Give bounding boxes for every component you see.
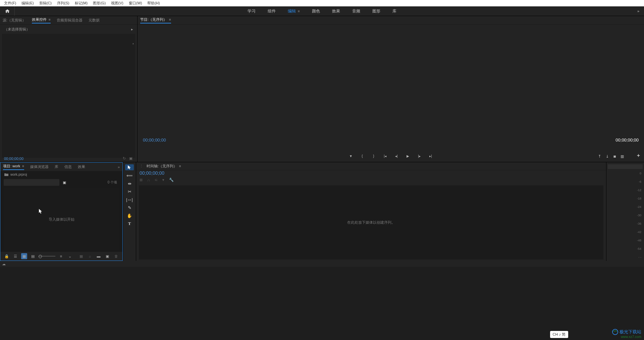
menu-graphics[interactable]: 图形(G) xyxy=(90,0,108,6)
tab-project[interactable]: 项目: work≡ xyxy=(3,164,24,170)
timeline-grip-icon[interactable]: ⋮ xyxy=(140,164,143,168)
hand-tool-icon[interactable]: ✋ xyxy=(125,213,134,219)
track-select-tool-icon[interactable]: ⟸ xyxy=(125,172,134,178)
slip-tool-icon[interactable]: |↔| xyxy=(125,196,134,203)
type-tool-icon[interactable]: T xyxy=(125,221,134,227)
ws-overflow[interactable]: » xyxy=(637,9,639,13)
tab-media-browser[interactable]: 媒体浏览器 xyxy=(30,164,49,169)
project-body[interactable]: 导入媒体以开始 xyxy=(4,188,119,250)
menu-sequence[interactable]: 序列(S) xyxy=(54,0,72,6)
menu-window[interactable]: 窗口(W) xyxy=(126,0,145,6)
loop-icon[interactable]: ↻ xyxy=(123,156,126,161)
watermark-text1: 极光下载站 xyxy=(620,330,641,334)
meter-level: -18 xyxy=(637,197,641,200)
comparison-view-icon[interactable]: ▥ xyxy=(621,154,624,159)
icon-view-icon[interactable]: ▦ xyxy=(21,253,27,259)
timeline-body[interactable]: 在此处放下媒体以创建序列。 xyxy=(139,185,603,260)
delete-icon[interactable]: 🗑 xyxy=(113,253,119,259)
filter-bin-icon[interactable]: ▣ xyxy=(63,180,66,185)
step-forward-icon[interactable]: |▸ xyxy=(417,153,422,159)
meter-level: -54 xyxy=(637,247,641,250)
automate-to-sequence-icon[interactable]: ▦ xyxy=(78,253,84,259)
add-marker-icon[interactable]: ▼ xyxy=(348,153,354,159)
no-clip-row: （未选择剪辑） ▸ xyxy=(0,25,137,34)
mark-out-icon[interactable]: } xyxy=(371,153,376,159)
meter-level: -30 xyxy=(637,214,641,217)
camera-icon[interactable]: ◙ xyxy=(613,154,616,159)
zoom-slider[interactable] xyxy=(39,256,55,257)
tab-source[interactable]: 源:（无剪辑） xyxy=(3,18,26,23)
ws-library[interactable]: 库 xyxy=(392,8,396,14)
ws-color[interactable]: 颜色 xyxy=(312,8,320,14)
find-icon[interactable]: ⌕ xyxy=(87,253,93,259)
ripple-edit-tool-icon[interactable]: ⇹ xyxy=(125,180,134,186)
tab-info[interactable]: 信息 xyxy=(64,164,72,169)
lift-icon[interactable]: ⤒ xyxy=(598,154,601,159)
mark-in-icon[interactable]: { xyxy=(360,153,365,159)
program-timecode-right: 00;00;00;00 xyxy=(615,137,639,143)
new-bin-icon[interactable]: ▬ xyxy=(96,253,102,259)
project-filename: work.prproj xyxy=(10,173,27,176)
ws-audio[interactable]: 音频 xyxy=(352,8,360,14)
new-item-icon[interactable]: ▣ xyxy=(104,253,110,259)
selection-tool-icon[interactable] xyxy=(125,164,134,170)
menu-view[interactable]: 视图(V) xyxy=(108,0,126,6)
timeline-timecode[interactable]: 00;00;00;00 xyxy=(136,170,606,176)
menu-edit[interactable]: 编辑(E) xyxy=(19,0,37,6)
program-panel: 节目:（无序列）≡ 00;00;00;00 00;00;00;00 ▼ { } … xyxy=(138,16,644,162)
sort-icon[interactable]: ≡ xyxy=(58,253,64,259)
lock-icon[interactable]: 🔒 xyxy=(4,253,10,259)
step-back-icon[interactable]: ◂| xyxy=(394,153,399,159)
project-search-input[interactable] xyxy=(4,179,59,186)
watermark-logo-icon xyxy=(612,329,618,335)
menu-marker[interactable]: 标记(M) xyxy=(72,0,91,6)
project-overflow[interactable]: » xyxy=(118,165,120,169)
tab-audio-clip-mixer[interactable]: 音频剪辑混合器 xyxy=(57,18,83,23)
snap-icon[interactable]: ∩ xyxy=(147,178,150,182)
status-sync-icon[interactable]: ☁ xyxy=(2,262,6,266)
ws-effects[interactable]: 效果 xyxy=(332,8,340,14)
meter-level: -42 xyxy=(637,230,641,234)
watermark-text2: www.xz7.com xyxy=(612,335,641,339)
scroll-up-icon[interactable]: ▴ xyxy=(132,42,134,45)
list-view-icon[interactable]: ☰ xyxy=(12,253,18,259)
razor-tool-icon[interactable]: ✂ xyxy=(125,188,134,194)
linked-selection-icon[interactable]: ⊂ xyxy=(155,178,158,182)
ws-assembly[interactable]: 组件 xyxy=(268,8,276,14)
button-editor-icon[interactable]: + xyxy=(637,153,640,159)
menu-file[interactable]: 文件(F) xyxy=(1,0,19,6)
expand-icon[interactable]: ▸ xyxy=(131,27,133,32)
extract-icon[interactable]: ⤓ xyxy=(606,154,609,159)
menu-help[interactable]: 帮助(H) xyxy=(145,0,162,6)
play-icon[interactable]: ▶ xyxy=(405,153,411,159)
settings-wrench-icon[interactable]: 🔧 xyxy=(169,178,174,182)
go-to-out-icon[interactable]: ▸| xyxy=(428,153,433,159)
tab-timeline[interactable]: 时间轴:（无序列）≡ xyxy=(147,164,181,169)
tab-effects-panel[interactable]: 效果 xyxy=(78,164,85,169)
program-monitor-view xyxy=(138,25,644,146)
tab-library[interactable]: 库 xyxy=(55,164,58,169)
ws-graphics[interactable]: 图形 xyxy=(372,8,380,14)
ws-editing[interactable]: 编辑≡ xyxy=(288,8,300,14)
source-bottom-icons: ↻ ▣ xyxy=(123,156,132,161)
go-to-in-icon[interactable]: |◂ xyxy=(382,153,388,159)
home-button[interactable] xyxy=(0,6,15,16)
pen-tool-icon[interactable]: ✎ xyxy=(125,205,134,211)
tab-program[interactable]: 节目:（无序列）≡ xyxy=(140,17,171,23)
sort-dropdown-icon[interactable]: ⌄ xyxy=(67,253,73,259)
source-timecode[interactable]: 00;00;00;00 xyxy=(4,157,23,161)
export-frame-icon[interactable]: ▣ xyxy=(129,156,132,161)
program-timecode-left[interactable]: 00;00;00;00 xyxy=(143,137,166,143)
ime-indicator[interactable]: CH ♪ 简 xyxy=(550,331,569,338)
marker-icon[interactable]: ▾ xyxy=(162,178,164,182)
freeform-view-icon[interactable]: ▤ xyxy=(30,253,36,259)
workspace-bar: 学习 组件 编辑≡ 颜色 效果 音频 图形 库 » xyxy=(0,6,644,16)
nest-icon[interactable]: ⊞ xyxy=(140,178,143,182)
tab-metadata[interactable]: 元数据 xyxy=(89,18,100,23)
tab-effect-controls[interactable]: 效果控件≡ xyxy=(32,17,51,23)
menu-clip[interactable]: 剪辑(C) xyxy=(37,0,54,6)
timeline-panel: ⋮ 时间轴:（无序列）≡ 00;00;00;00 ⊞ ∩ ⊂ ▾ 🔧 在此处放下… xyxy=(136,162,606,261)
ws-learn[interactable]: 学习 xyxy=(248,8,256,14)
project-panel: 项目: work≡ 媒体浏览器 库 信息 效果 » work.prproj ⌕ … xyxy=(0,162,123,261)
transport-controls: ▼ { } |◂ ◂| ▶ |▸ ▸| xyxy=(348,153,433,159)
